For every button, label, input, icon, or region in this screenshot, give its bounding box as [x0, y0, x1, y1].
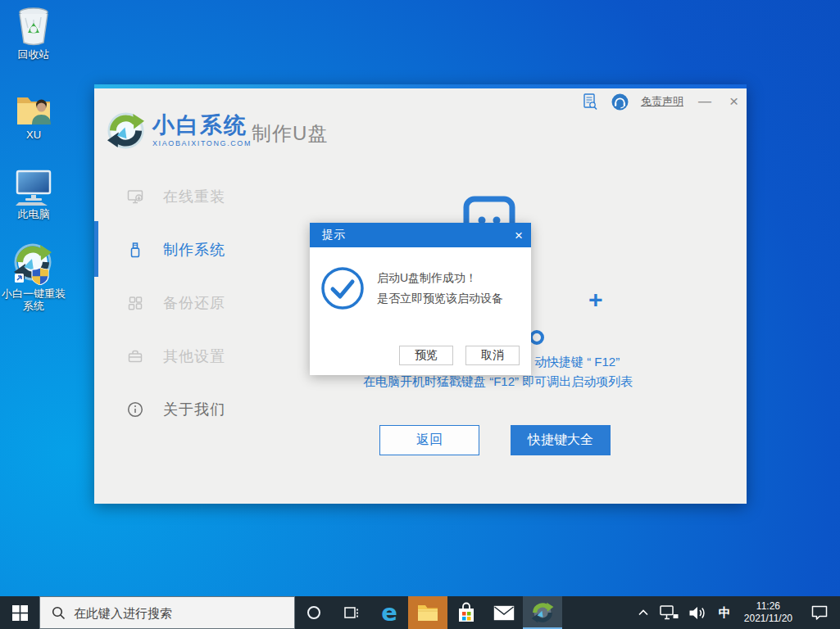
info-icon	[127, 401, 143, 418]
start-button[interactable]	[0, 596, 39, 629]
show-hidden-icons-button[interactable]	[633, 596, 654, 629]
xiaobai-app-icon	[531, 601, 554, 624]
network-tray-button[interactable]	[654, 596, 683, 629]
dialog-message: 启动U盘制作成功！ 是否立即预览该启动设备	[377, 268, 503, 309]
dialog-close-button[interactable]: ×	[515, 229, 523, 242]
ring-glyph	[529, 330, 544, 345]
edge-icon: e	[381, 599, 397, 627]
plus-glyph: +	[588, 286, 603, 314]
speaker-icon	[688, 606, 707, 620]
desktop-icon-label: 此电脑	[18, 208, 50, 220]
dialog-header: 提示 ×	[310, 223, 531, 247]
chevron-up-icon	[638, 608, 649, 618]
prompt-dialog: 提示 × 启动U盘制作成功！ 是否立即预览该启动设备 预览 取消	[310, 223, 531, 375]
task-view-icon	[343, 605, 360, 620]
desktop-icon-xiaobai-reinstall[interactable]: 小白一键重装 系统	[0, 244, 67, 312]
desktop-icon-label: XU	[26, 129, 41, 141]
xiaobai-app-window: 免责声明 — × 小白系统 XIAOBAIXITONG.COM 制作U盘 在线重…	[94, 84, 747, 504]
desktop-icon-this-pc[interactable]: 此电脑	[0, 165, 67, 220]
desktop-icon-label: 小白一键重装 系统	[2, 287, 66, 312]
briefcase-icon	[127, 348, 143, 364]
xiaobai-app-icon	[13, 244, 54, 285]
minimize-button[interactable]: —	[695, 94, 715, 109]
page-title: 制作U盘	[252, 120, 328, 147]
taskbar-clock[interactable]: 11:26 2021/11/20	[738, 600, 799, 625]
windows-logo-icon	[12, 605, 28, 621]
sidebar-item-online-reinstall[interactable]: 在线重装	[94, 180, 246, 213]
network-icon	[659, 604, 679, 621]
usb-drive-icon	[127, 242, 143, 258]
online-reinstall-icon	[127, 188, 143, 205]
bill-inquiry-icon[interactable]	[582, 93, 600, 111]
hotkey-text-line2: 在电脑开机时猛戳键盘 “F12” 即可调出启动项列表	[363, 374, 633, 390]
logo-subtitle: XIAOBAIXITONG.COM	[152, 139, 252, 147]
cortana-button[interactable]	[295, 596, 333, 629]
app-logo: 小白系统 XIAOBAIXITONG.COM	[107, 111, 252, 150]
folder-icon	[417, 604, 438, 622]
recycle-bin-icon	[16, 5, 52, 46]
store-icon	[456, 602, 476, 624]
logo-title: 小白系统	[152, 114, 252, 137]
sidebar-item-backup-restore[interactable]: 备份还原	[94, 287, 246, 319]
sidebar-item-about-us[interactable]: 关于我们	[94, 393, 246, 426]
search-input[interactable]	[74, 606, 262, 620]
cortana-icon	[307, 606, 320, 619]
edge-button[interactable]: e	[370, 596, 408, 629]
task-view-button[interactable]	[333, 596, 370, 629]
ime-indicator[interactable]: 中	[712, 596, 738, 629]
action-center-icon	[810, 604, 829, 621]
success-check-icon	[320, 266, 365, 310]
taskbar-search[interactable]	[39, 596, 295, 629]
dialog-title: 提示	[322, 228, 345, 242]
dialog-cancel-button[interactable]: 取消	[465, 346, 520, 365]
hotkey-text-line1: 动快捷键 “ F12”	[534, 355, 620, 370]
clock-time: 11:26	[744, 600, 792, 613]
dialog-preview-button[interactable]: 预览	[399, 346, 453, 365]
search-icon	[52, 606, 66, 620]
disclaimer-link[interactable]: 免责声明	[641, 94, 683, 109]
back-button[interactable]: 返回	[379, 425, 479, 455]
taskbar: e	[0, 596, 840, 629]
close-button[interactable]: ×	[726, 93, 742, 111]
xiaobai-logo-icon	[107, 111, 145, 150]
desktop-icon-recycle-bin[interactable]: 回收站	[0, 5, 67, 61]
microsoft-store-button[interactable]	[447, 596, 485, 629]
mail-button[interactable]	[485, 596, 523, 629]
sidebar-item-make-system[interactable]: 制作系统	[94, 233, 246, 266]
user-folder-icon	[15, 85, 52, 126]
window-top-accent	[94, 84, 747, 88]
mail-icon	[493, 605, 515, 621]
file-explorer-button[interactable]	[408, 596, 447, 629]
desktop-icon-label: 回收站	[18, 48, 50, 61]
xiaobai-taskbar-button[interactable]	[523, 596, 562, 629]
action-center-button[interactable]	[799, 596, 840, 629]
computer-icon	[15, 165, 52, 206]
hotkeys-list-button[interactable]: 快捷键大全	[511, 425, 611, 455]
backup-restore-icon	[127, 295, 143, 311]
volume-tray-button[interactable]	[683, 596, 712, 629]
desktop-icon-xu-folder[interactable]: XU	[0, 85, 67, 141]
clock-date: 2021/11/20	[744, 613, 792, 625]
sidebar-item-other-settings[interactable]: 其他设置	[94, 340, 246, 373]
customer-service-icon[interactable]	[611, 93, 629, 111]
